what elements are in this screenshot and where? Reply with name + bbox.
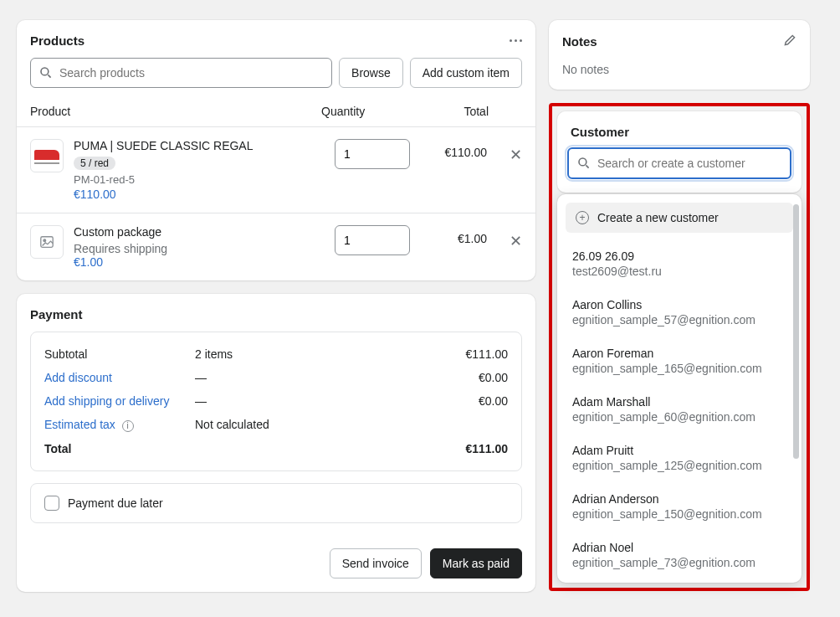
col-quantity: Quantity: [321, 105, 422, 118]
remove-line-icon[interactable]: ✕: [497, 225, 522, 250]
customer-card: Customer: [557, 111, 802, 193]
edit-notes-icon[interactable]: [783, 33, 796, 49]
notes-empty: No notes: [549, 53, 810, 90]
notes-title: Notes: [562, 34, 597, 49]
line-total: €1.00: [420, 225, 487, 245]
payment-due-later-row[interactable]: Payment due later: [30, 483, 522, 523]
customer-email: egnition_sample_165@egnition.com: [572, 362, 786, 375]
customer-title: Customer: [557, 111, 802, 147]
customer-option[interactable]: Adam Pruitt egnition_sample_125@egnition…: [557, 434, 802, 482]
mark-as-paid-button[interactable]: Mark as paid: [430, 548, 522, 578]
product-thumbnail[interactable]: [30, 139, 64, 172]
remove-line-icon[interactable]: ✕: [497, 139, 522, 164]
col-product: Product: [30, 105, 321, 118]
subtotal-items: 2 items: [195, 347, 465, 361]
plus-circle-icon: +: [576, 211, 589, 224]
tax-mid: Not calculated: [195, 418, 508, 431]
customer-highlight: Customer + Create a new customer 26.09 2…: [549, 103, 810, 591]
svg-line-1: [48, 75, 50, 77]
customer-name: Adam Marshall: [572, 395, 786, 409]
customer-email: egnition_sample_60@egnition.com: [572, 410, 786, 424]
total-amount: €111.00: [465, 442, 508, 455]
customer-option[interactable]: Aaron Foreman egnition_sample_165@egniti…: [557, 337, 802, 385]
search-icon: [39, 66, 53, 80]
shipping-amount: €0.00: [479, 394, 508, 408]
pencil-icon: [783, 33, 796, 47]
payment-card: Payment Subtotal 2 items €111.00 Add dis…: [17, 294, 535, 592]
search-icon: [577, 157, 591, 170]
customer-email: egnition_sample_125@egnition.com: [572, 459, 786, 472]
customer-name: Adrian Anderson: [572, 492, 786, 506]
product-subtitle: Requires shipping: [74, 242, 325, 255]
customer-name: Aaron Collins: [572, 298, 786, 311]
product-row: Custom package Requires shipping €1.00 €…: [17, 213, 535, 280]
customer-email: test2609@test.ru: [572, 265, 786, 278]
customer-email: egnition_sample_57@egnition.com: [572, 313, 786, 326]
customer-option[interactable]: Adrian Noel egnition_sample_73@egnition.…: [557, 531, 802, 579]
customer-name: 26.09 26.09: [572, 249, 786, 263]
product-sku: PM-01-red-5: [74, 173, 325, 186]
add-custom-item-button[interactable]: Add custom item: [410, 58, 522, 88]
product-search-input[interactable]: [59, 66, 323, 80]
customer-option[interactable]: 26.09 26.09 test2609@test.ru: [557, 239, 802, 288]
discount-amount: €0.00: [479, 371, 508, 384]
svg-point-4: [579, 158, 586, 166]
payment-title: Payment: [30, 307, 83, 321]
notes-card: Notes No notes: [549, 20, 810, 90]
shipping-mid: —: [195, 394, 479, 408]
create-customer-option[interactable]: + Create a new customer: [566, 203, 793, 233]
svg-line-5: [586, 165, 588, 167]
col-total: Total: [422, 105, 489, 118]
customer-search-box[interactable]: [567, 147, 791, 179]
discount-mid: —: [195, 371, 479, 384]
customer-option[interactable]: Adrian Anderson egnition_sample_150@egni…: [557, 482, 802, 531]
customer-search-input[interactable]: [597, 157, 781, 170]
payment-due-later-checkbox[interactable]: [44, 496, 59, 511]
info-icon[interactable]: i: [122, 420, 134, 432]
product-search-box[interactable]: [30, 58, 332, 88]
customer-dropdown: + Create a new customer 26.09 26.09 test…: [557, 194, 802, 583]
estimated-tax-link[interactable]: Estimated tax: [44, 418, 115, 431]
customer-email: egnition_sample_73@egnition.com: [572, 556, 786, 569]
customer-option[interactable]: Adam Marshall egnition_sample_60@egnitio…: [557, 385, 802, 434]
products-title: Products: [30, 33, 85, 48]
products-card: Products Browse Add custom item Product …: [17, 20, 535, 280]
customer-name: Aaron Foreman: [572, 347, 786, 360]
customer-option[interactable]: Aaron Collins egnition_sample_57@egnitio…: [557, 288, 802, 337]
product-row: PUMA | SUEDE CLASSIC REGAL 5 / red PM-01…: [17, 126, 535, 213]
subtotal-amount: €111.00: [465, 347, 508, 361]
quantity-input[interactable]: [335, 139, 410, 169]
product-thumbnail[interactable]: [30, 225, 64, 259]
more-icon[interactable]: [510, 39, 522, 42]
total-label: Total: [44, 442, 195, 455]
create-customer-label: Create a new customer: [597, 211, 719, 224]
send-invoice-button[interactable]: Send invoice: [330, 548, 422, 578]
line-total: €110.00: [420, 139, 487, 159]
product-price[interactable]: €110.00: [74, 188, 325, 201]
product-title[interactable]: Custom package: [74, 225, 325, 239]
subtotal-label: Subtotal: [44, 347, 195, 361]
payment-summary: Subtotal 2 items €111.00 Add discount — …: [30, 332, 522, 471]
variant-badge: 5 / red: [74, 157, 115, 170]
customer-email: egnition_sample_150@egnition.com: [572, 507, 786, 521]
quantity-input[interactable]: [335, 225, 410, 255]
customer-name: Adam Pruitt: [572, 444, 786, 457]
add-discount-link[interactable]: Add discount: [44, 371, 195, 384]
payment-due-later-label: Payment due later: [68, 496, 163, 510]
scrollbar[interactable]: [793, 204, 799, 459]
svg-point-3: [44, 239, 46, 242]
add-shipping-link[interactable]: Add shipping or delivery: [44, 394, 195, 408]
products-table-header: Product Quantity Total: [17, 98, 535, 126]
browse-button[interactable]: Browse: [339, 58, 403, 88]
product-price[interactable]: €1.00: [74, 255, 325, 269]
product-title[interactable]: PUMA | SUEDE CLASSIC REGAL: [74, 139, 325, 152]
placeholder-image-icon: [39, 234, 54, 249]
svg-point-0: [41, 68, 49, 75]
customer-name: Adrian Noel: [572, 541, 786, 554]
